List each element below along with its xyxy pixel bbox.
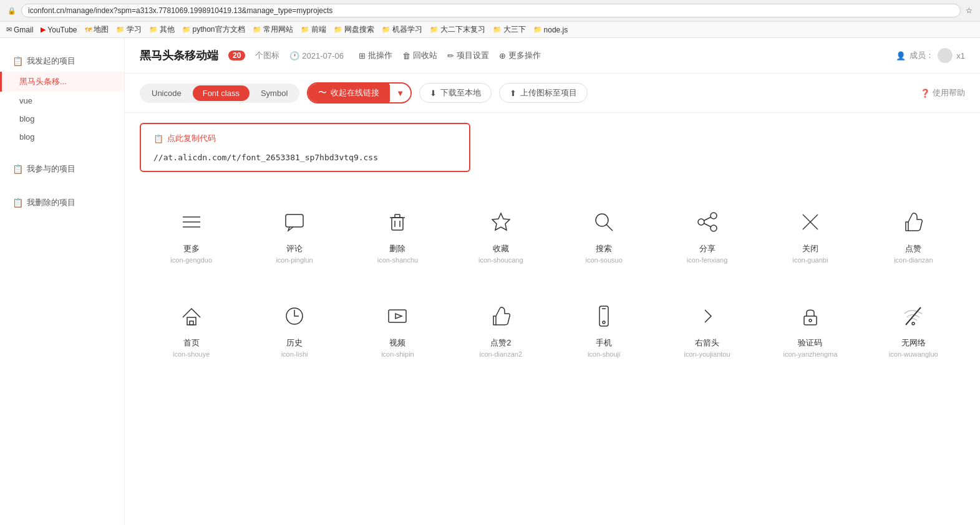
download-local-btn[interactable]: ⬇ 下载至本地 xyxy=(419,83,492,103)
icon-item-icon-shouye[interactable]: 首页 icon-shouye xyxy=(140,289,243,370)
copy-code-btn[interactable]: 📋 点此复制代码 xyxy=(153,133,457,144)
help-circle-icon: ❓ xyxy=(920,89,930,98)
content-area: 黑马头条移动端 20 个图标 🕐 2021-07-06 ⊞ 批操作 🗑 回收站 … xyxy=(125,38,980,525)
sidebar-item-hm[interactable]: 黑马头条移... xyxy=(0,72,124,92)
icon-label-zh: 点赞 xyxy=(905,243,921,254)
bookmark-python[interactable]: 📁 python官方文档 xyxy=(182,24,245,35)
batch-ops-btn[interactable]: ⊞ 批操作 xyxy=(359,50,392,61)
batch-ops-icon: ⊞ xyxy=(359,51,366,60)
icon-item-icon-fenxiang[interactable]: 分享 icon-fenxiang xyxy=(656,195,759,276)
icon-item-icon-shanchu[interactable]: 删除 icon-shanchu xyxy=(346,195,449,276)
icons-grid-row1: 更多 icon-gengduo 评论 icon-pinglun 删除 icon-… xyxy=(125,182,980,276)
python-folder-icon: 📁 xyxy=(182,26,191,34)
trash-icon xyxy=(382,207,412,237)
icon-label-en: icon-shoucang xyxy=(478,256,523,264)
icon-item-icon-pinglun[interactable]: 评论 icon-pinglun xyxy=(243,195,346,276)
close-icon xyxy=(795,207,825,237)
join-projects-icon: 📋 xyxy=(12,164,23,174)
online-link-dropdown-btn[interactable]: ▼ xyxy=(389,85,410,102)
icon-label-zh: 收藏 xyxy=(493,243,509,254)
tab-symbol[interactable]: Symbol xyxy=(251,85,298,101)
icon-item-icon-gengduo[interactable]: 更多 icon-gengduo xyxy=(140,195,243,276)
recycle-btn[interactable]: 🗑 回收站 xyxy=(402,50,437,61)
search-icon xyxy=(589,207,619,237)
settings-icon: ✏ xyxy=(447,51,454,60)
settings-btn[interactable]: ✏ 项目设置 xyxy=(447,50,489,61)
icon-item-icon-wuwangluo[interactable]: 无网络 icon-wuwangluo xyxy=(862,289,965,370)
sidebar-deleted-projects-section: 📋 我删除的项目 xyxy=(0,192,124,213)
icon-count-unit: 个图标 xyxy=(255,50,279,61)
maps-icon: 🗺 xyxy=(85,26,92,34)
star-bookmark-icon[interactable]: ☆ xyxy=(966,6,973,15)
history-icon xyxy=(279,301,309,331)
icon-item-icon-shipin[interactable]: 视频 icon-shipin xyxy=(346,289,449,370)
icon-item-icon-lishi[interactable]: 历史 icon-lishi xyxy=(243,289,346,370)
icon-item-icon-shouji[interactable]: 手机 icon-shouji xyxy=(553,289,656,370)
home-icon xyxy=(177,301,206,331)
icon-item-icon-youjiantou[interactable]: 右箭头 icon-youjiantou xyxy=(656,289,759,370)
icon-item-icon-sousuo[interactable]: 搜索 icon-sousuo xyxy=(553,195,656,276)
sidebar-join-projects-title[interactable]: 📋 我参与的项目 xyxy=(0,158,124,180)
sidebar-item-blog1[interactable]: blog xyxy=(0,110,124,128)
icon-item-icon-dianzan2[interactable]: 点赞2 icon-dianzan2 xyxy=(449,289,552,370)
bookmark-common[interactable]: 📁 常用网站 xyxy=(253,24,293,35)
bookmark-review[interactable]: 📁 大二下末复习 xyxy=(430,24,485,35)
bookmark-year3[interactable]: 📁 大三下 xyxy=(493,24,526,35)
bookmark-maps[interactable]: 🗺 地图 xyxy=(85,24,109,35)
youtube-icon: ▶ xyxy=(41,26,46,34)
member-avatar xyxy=(938,48,953,63)
nodejs-folder-icon: 📁 xyxy=(533,26,542,34)
svg-marker-11 xyxy=(492,213,510,230)
browser-bar: 🔒 iconfont.cn/manage/index?spm=a313x.778… xyxy=(0,0,980,22)
upload-icon: ⬆ xyxy=(510,89,517,98)
online-link-btn[interactable]: 〜 收起在线链接 xyxy=(308,84,389,102)
tab-unicode[interactable]: Unicode xyxy=(142,85,192,101)
bookmark-websearch[interactable]: 📁 网盘搜索 xyxy=(334,24,374,35)
icon-label-zh: 点赞2 xyxy=(490,337,511,349)
video-icon xyxy=(382,301,412,331)
svg-rect-22 xyxy=(190,321,193,325)
sidebar-item-blog2[interactable]: blog xyxy=(0,128,124,146)
svg-line-17 xyxy=(704,217,711,221)
icon-label-en: icon-shouye xyxy=(173,350,210,358)
bookmark-nodejs[interactable]: 📁 node.js xyxy=(533,26,568,34)
icon-label-en: icon-fenxiang xyxy=(687,256,727,264)
bookmark-ml[interactable]: 📁 机器学习 xyxy=(382,24,422,35)
bookmark-other[interactable]: 📁 其他 xyxy=(149,24,175,35)
bookmark-study[interactable]: 📁 学习 xyxy=(116,24,142,35)
sidebar-deleted-projects-title[interactable]: 📋 我删除的项目 xyxy=(0,192,124,213)
tab-fontclass[interactable]: Font class xyxy=(193,85,250,101)
icon-label-en: icon-shipin xyxy=(381,350,414,358)
bookmark-gmail[interactable]: ✉ Gmail xyxy=(6,26,33,34)
websearch-folder-icon: 📁 xyxy=(334,26,342,34)
sidebar-my-projects-title[interactable]: 📋 我发起的项目 xyxy=(0,51,124,72)
svg-rect-29 xyxy=(804,316,817,325)
url-bar[interactable]: iconfont.cn/manage/index?spm=a313x.77810… xyxy=(21,4,961,17)
more-ops-btn[interactable]: ⊕ 更多操作 xyxy=(499,50,541,61)
icon-label-en: icon-wuwangluo xyxy=(889,350,938,358)
upload-icon-btn[interactable]: ⬆ 上传图标至项目 xyxy=(499,83,588,103)
sidebar-my-projects-section: 📋 我发起的项目 黑马头条移... vue blog blog xyxy=(0,51,124,146)
other-folder-icon: 📁 xyxy=(149,26,158,34)
share-icon xyxy=(692,207,722,237)
icon-item-icon-dianzan[interactable]: 点赞 icon-dianzan xyxy=(862,195,965,276)
members-section: 👤 成员： x1 xyxy=(896,48,965,63)
project-title: 黑马头条移动端 xyxy=(140,48,218,63)
sidebar-item-vue[interactable]: vue xyxy=(0,92,124,110)
icon-label-en: icon-dianzan2 xyxy=(480,350,523,358)
icon-label-en: icon-shanchu xyxy=(377,256,418,264)
icon-label-zh: 视频 xyxy=(389,337,405,349)
bookmarks-bar: ✉ Gmail ▶ YouTube 🗺 地图 📁 学习 📁 其他 📁 pytho… xyxy=(0,22,980,38)
svg-point-15 xyxy=(698,219,704,225)
icon-item-icon-guanbi[interactable]: 关闭 icon-guanbi xyxy=(759,195,861,276)
bookmark-frontend[interactable]: 📁 前端 xyxy=(301,24,326,35)
bookmark-youtube[interactable]: ▶ YouTube xyxy=(41,26,77,34)
icon-item-icon-yanzhengma[interactable]: 验证码 icon-yanzhengma xyxy=(759,289,861,370)
help-btn[interactable]: ❓ 使用帮助 xyxy=(920,87,965,99)
copy-icon: 📋 xyxy=(153,134,163,143)
like2-icon xyxy=(486,301,516,331)
icon-item-icon-shoucang[interactable]: 收藏 icon-shoucang xyxy=(449,195,552,276)
ml-folder-icon: 📁 xyxy=(382,26,391,34)
toolbar: Unicode Font class Symbol 〜 收起在线链接 ▼ ⬇ 下… xyxy=(125,74,980,113)
icon-label-en: icon-pinglun xyxy=(276,256,313,264)
